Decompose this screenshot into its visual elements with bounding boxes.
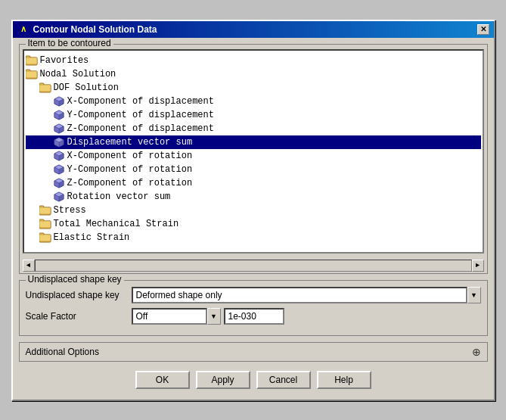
shape-key-dropdown-btn[interactable]: ▼	[467, 287, 481, 303]
scroll-left-btn[interactable]: ◄	[23, 260, 35, 272]
scale-factor-row: Scale Factor Off ▼	[26, 308, 481, 325]
cube-icon	[53, 109, 65, 121]
svg-rect-46	[39, 221, 51, 228]
tree-item-y-rot[interactable]: Y-Component of rotation	[26, 163, 481, 176]
additional-options-bar[interactable]: Additional Options ⊕	[19, 342, 488, 362]
svg-rect-43	[39, 207, 51, 214]
tree-item-total-mech-strain[interactable]: Total Mechanical Strain	[26, 217, 481, 231]
tree-item-label: Z-Component of displacement	[67, 123, 214, 134]
tree-item-label: Elastic Strain	[54, 232, 130, 243]
close-button[interactable]: ✕	[477, 24, 489, 35]
undisplaced-group-label: Undisplaced shape key	[26, 274, 124, 285]
tree-item-label: Z-Component of rotation	[67, 178, 193, 188]
tree-item-rot-vec[interactable]: Rotation vector sum	[26, 190, 481, 204]
cube-icon	[53, 191, 65, 203]
additional-options-icon: ⊕	[472, 346, 481, 358]
svg-rect-5	[26, 71, 37, 78]
tree-item-dof-solution[interactable]: DOF Solution	[26, 81, 481, 95]
shape-key-label: Undisplaced shape key	[26, 290, 132, 300]
window-body: Item to be contoured Favorites Nodal Sol…	[13, 38, 494, 400]
main-window: ∧ Contour Nodal Solution Data ✕ Item to …	[11, 20, 495, 401]
scale-factor-input[interactable]	[224, 308, 284, 325]
tree-item-stress[interactable]: Stress	[26, 204, 481, 217]
scale-factor-label: Scale Factor	[26, 311, 132, 322]
folder-icon	[39, 82, 51, 94]
folder-icon	[39, 218, 51, 230]
help-button[interactable]: Help	[317, 371, 371, 389]
scroll-right-btn[interactable]: ►	[472, 260, 484, 272]
tree-item-elastic-strain[interactable]: Elastic Strain	[26, 231, 481, 244]
tree-item-z-rot[interactable]: Z-Component of rotation	[26, 176, 481, 190]
tree-item-label: Y-Component of displacement	[67, 110, 214, 120]
tree-group-label: Item to be contoured	[26, 38, 113, 48]
scale-factor-dropdown-btn[interactable]: ▼	[207, 308, 221, 325]
cube-icon	[53, 136, 65, 148]
scale-factor-dropdown[interactable]: Off	[132, 308, 207, 325]
tree-group: Item to be contoured Favorites Nodal Sol…	[19, 44, 488, 274]
tree-item-x-rot[interactable]: X-Component of rotation	[26, 149, 481, 163]
tree-item-label: Rotation vector sum	[67, 191, 171, 202]
tree-item-label: Favorites	[40, 55, 89, 66]
tree-item-disp-vec[interactable]: Displacement vector sum	[26, 135, 481, 149]
horizontal-scrollbar[interactable]	[35, 260, 472, 272]
shape-key-dropdown-container: Deformed shape only ▼	[132, 287, 481, 303]
cube-icon	[53, 123, 65, 135]
tree-item-favorites[interactable]: Favorites	[26, 54, 481, 67]
tree-item-x-disp[interactable]: X-Component of displacement	[26, 95, 481, 108]
tree-item-label: Stress	[54, 205, 86, 216]
title-bar-left: ∧ Contour Nodal Solution Data	[17, 23, 157, 36]
tree-item-label: Y-Component of rotation	[67, 164, 193, 175]
cube-icon	[53, 150, 65, 162]
tree-item-label: DOF Solution	[54, 82, 119, 93]
undisplaced-group: Undisplaced shape key Undisplaced shape …	[19, 280, 488, 336]
window-title: Contour Nodal Solution Data	[33, 24, 157, 35]
tree-item-nodal-solution[interactable]: Nodal Solution	[26, 67, 481, 81]
cube-icon	[53, 163, 65, 176]
tree-item-label: X-Component of rotation	[67, 151, 193, 161]
folder-icon	[26, 54, 38, 67]
button-row: OK Apply Cancel Help	[19, 368, 488, 394]
folder-icon	[39, 204, 51, 216]
scale-factor-dropdown-container: Off ▼	[132, 308, 481, 325]
cube-icon	[53, 177, 65, 189]
svg-rect-8	[39, 85, 51, 92]
folder-icon	[39, 232, 51, 244]
cancel-button[interactable]: Cancel	[256, 371, 311, 389]
tree-area[interactable]: Favorites Nodal Solution DOF Solution X-…	[23, 49, 484, 254]
svg-rect-49	[39, 235, 51, 241]
title-bar: ∧ Contour Nodal Solution Data ✕	[13, 21, 494, 38]
tree-item-label: X-Component of displacement	[67, 96, 214, 107]
shape-key-row: Undisplaced shape key Deformed shape onl…	[26, 287, 481, 303]
tree-item-z-disp[interactable]: Z-Component of displacement	[26, 122, 481, 135]
tree-item-label: Total Mechanical Strain	[54, 219, 179, 229]
cube-icon	[53, 95, 65, 107]
ok-button[interactable]: OK	[135, 371, 190, 389]
app-icon: ∧	[17, 23, 29, 36]
tree-item-y-disp[interactable]: Y-Component of displacement	[26, 108, 481, 122]
scrollbar-area: ◄ ►	[20, 258, 487, 273]
svg-rect-2	[26, 58, 37, 64]
tree-item-label: Nodal Solution	[40, 69, 116, 79]
shape-key-dropdown[interactable]: Deformed shape only	[132, 287, 467, 303]
tree-item-label: Displacement vector sum	[67, 137, 193, 148]
folder-icon	[26, 68, 38, 80]
apply-button[interactable]: Apply	[196, 371, 250, 389]
additional-options-label: Additional Options	[26, 347, 99, 357]
